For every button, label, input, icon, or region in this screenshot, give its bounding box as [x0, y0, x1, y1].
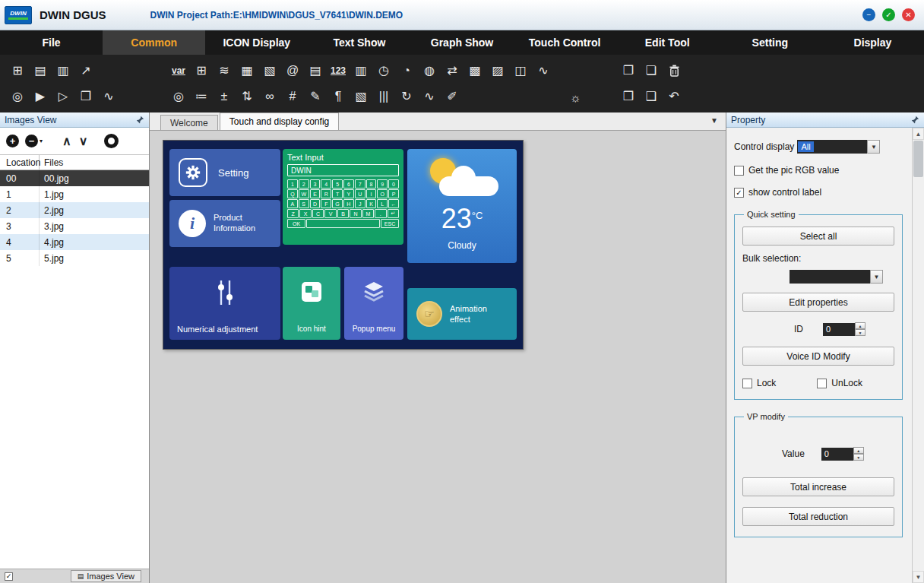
chart-icon[interactable]: ▨ — [486, 61, 509, 81]
value-spin-down-icon[interactable]: ▼ — [853, 454, 864, 461]
panel-checkbox[interactable]: ✓ — [5, 572, 13, 581]
add-image-button[interactable]: + — [6, 135, 19, 147]
copy-icon[interactable]: ❐ — [617, 61, 640, 81]
rotate-icon[interactable]: ↻ — [395, 87, 418, 106]
text-input-field[interactable]: DWIN — [287, 164, 399, 176]
image-display-icon[interactable]: ▧ — [258, 61, 281, 81]
scrollbar-thumb[interactable] — [913, 141, 923, 177]
tab-touch-and-display-config[interactable]: Touch and display config — [220, 112, 339, 130]
id-spin-up-icon[interactable]: ▲ — [855, 322, 865, 329]
equalizer-icon[interactable]: ||| — [372, 87, 395, 106]
menu-icon-display[interactable]: ICON Display — [205, 30, 308, 55]
list-icon[interactable]: ≔ — [190, 87, 213, 106]
zoom-document-icon[interactable]: ◎ — [6, 87, 29, 106]
keypad-icon[interactable]: # — [281, 87, 304, 106]
qr-scan-icon[interactable]: ◍ — [418, 61, 441, 81]
bezier-icon[interactable]: ∿ — [418, 87, 441, 106]
control-display-dropdown-icon[interactable]: ▼ — [867, 140, 880, 154]
pin-icon[interactable] — [136, 116, 144, 124]
calendar-icon[interactable]: ▤ — [304, 61, 327, 81]
roller-icon[interactable]: ◫ — [509, 61, 532, 81]
remove-dropdown-icon[interactable]: ▾ — [40, 138, 43, 144]
id-spin-down-icon[interactable]: ▼ — [855, 329, 865, 336]
rgb-checkbox[interactable] — [734, 166, 744, 176]
animation-effect-tile[interactable]: ☞ Animation effect — [407, 288, 517, 340]
menu-setting[interactable]: Setting — [719, 30, 821, 55]
preview-image-button[interactable] — [104, 134, 119, 148]
paste-special-icon[interactable]: ❑ — [640, 87, 663, 106]
product-information-tile[interactable]: i Product Information — [169, 200, 280, 247]
screen-preview-icon[interactable]: ❐ — [74, 87, 97, 106]
setting-tile[interactable]: Setting — [169, 149, 280, 196]
lock-checkbox[interactable] — [742, 379, 752, 388]
table-row[interactable]: 2 2.jpg — [0, 202, 149, 218]
menu-touch-control[interactable]: Touch Control — [514, 30, 616, 55]
number-display-icon[interactable]: 123 — [327, 61, 350, 81]
duplicate-icon[interactable]: ❏ — [640, 61, 663, 81]
adjust-icon[interactable]: ≋ — [213, 61, 236, 81]
data-box-icon[interactable]: ▦ — [236, 61, 258, 81]
value-spin-up-icon[interactable]: ▲ — [853, 447, 864, 454]
export-icon[interactable]: ↗ — [74, 61, 97, 81]
value-input[interactable]: 0 — [821, 448, 853, 461]
clock-icon[interactable]: ◷ — [372, 61, 395, 81]
table-row[interactable]: 5 5.jpg — [0, 250, 149, 266]
move-down-button[interactable]: ∨ — [79, 135, 88, 147]
timer-icon[interactable]: ◔ — [395, 61, 418, 81]
text-search-icon[interactable]: ◎ — [167, 87, 190, 106]
text-style-icon[interactable]: ¶ — [327, 87, 350, 106]
edit-properties-button[interactable]: Edit properties — [742, 293, 894, 312]
total-increase-button[interactable]: Total increase — [742, 477, 894, 496]
new-picture-icon[interactable]: ⊞ — [6, 61, 29, 81]
close-button[interactable]: ✕ — [902, 8, 915, 21]
page-icon[interactable]: ▥ — [350, 61, 372, 81]
menu-edit-tool[interactable]: Edit Tool — [616, 30, 719, 55]
bulk-selection-dropdown-icon[interactable]: ▼ — [870, 270, 883, 284]
paste-icon[interactable]: ❒ — [617, 87, 640, 106]
qr-code-icon[interactable]: ▩ — [464, 61, 486, 81]
text-input-tile[interactable]: Text Input DWIN 1234567890 QWERTYUIOP AS… — [283, 149, 403, 245]
photo-icon[interactable]: ▧ — [350, 87, 372, 106]
play-list-icon[interactable]: ▷ — [52, 87, 74, 106]
table-row[interactable]: 3 3.jpg — [0, 218, 149, 234]
undo-icon[interactable]: ↶ — [663, 87, 685, 106]
brush-icon[interactable]: ✐ — [441, 87, 464, 106]
pen-icon[interactable]: ✎ — [304, 87, 327, 106]
menu-common[interactable]: Common — [103, 30, 205, 55]
at-icon[interactable]: @ — [281, 61, 304, 81]
print-icon[interactable]: ▥ — [52, 61, 74, 81]
icon-hint-tile[interactable]: Icon hint — [283, 267, 340, 340]
curve-icon[interactable]: ∿ — [97, 87, 120, 106]
link-icon[interactable]: ∞ — [258, 87, 281, 106]
unlock-checkbox[interactable] — [817, 379, 827, 388]
move-up-button[interactable]: ∧ — [62, 135, 71, 147]
save-icon[interactable]: ▤ — [29, 61, 52, 81]
tab-welcome[interactable]: Welcome — [160, 115, 218, 130]
menu-file[interactable]: File — [0, 30, 103, 55]
brightness-icon[interactable]: ☼ — [564, 88, 587, 108]
scroll-up-icon[interactable]: ▲ — [913, 128, 924, 140]
weather-tile[interactable]: 23 °C Cloudy — [407, 149, 517, 263]
select-all-button[interactable]: Select all — [742, 227, 894, 246]
vertical-scrollbar[interactable]: ▲ ▼ — [912, 128, 924, 583]
play-icon[interactable]: ▶ — [29, 87, 52, 106]
tune-icon[interactable]: ⇅ — [236, 87, 258, 106]
show-label-checkbox[interactable]: ✓ — [734, 188, 744, 198]
variable-icon[interactable]: var — [167, 61, 190, 81]
screen-preview-canvas[interactable]: Setting i Product Information Numerical … — [163, 140, 524, 350]
pin-icon[interactable] — [911, 116, 919, 124]
table-row[interactable]: 1 1.jpg — [0, 186, 149, 202]
data-transfer-icon[interactable]: ⇄ — [441, 61, 464, 81]
control-display-select[interactable]: All — [797, 140, 867, 154]
waveform-icon[interactable]: ∿ — [532, 61, 555, 81]
menu-text-show[interactable]: Text Show — [308, 30, 410, 55]
images-view-bottom-tab[interactable]: ▤ Images View — [71, 570, 141, 582]
menu-graph-show[interactable]: Graph Show — [410, 30, 513, 55]
table-row[interactable]: 4 4.jpg — [0, 234, 149, 250]
minimize-button[interactable]: − — [862, 8, 875, 21]
remove-image-button[interactable]: − — [25, 135, 38, 147]
id-input[interactable]: 0 — [823, 323, 855, 336]
confirm-button[interactable]: ✓ — [882, 8, 895, 21]
total-reduction-button[interactable]: Total reduction — [742, 507, 894, 526]
tab-list-dropdown-icon[interactable]: ▼ — [710, 116, 718, 125]
